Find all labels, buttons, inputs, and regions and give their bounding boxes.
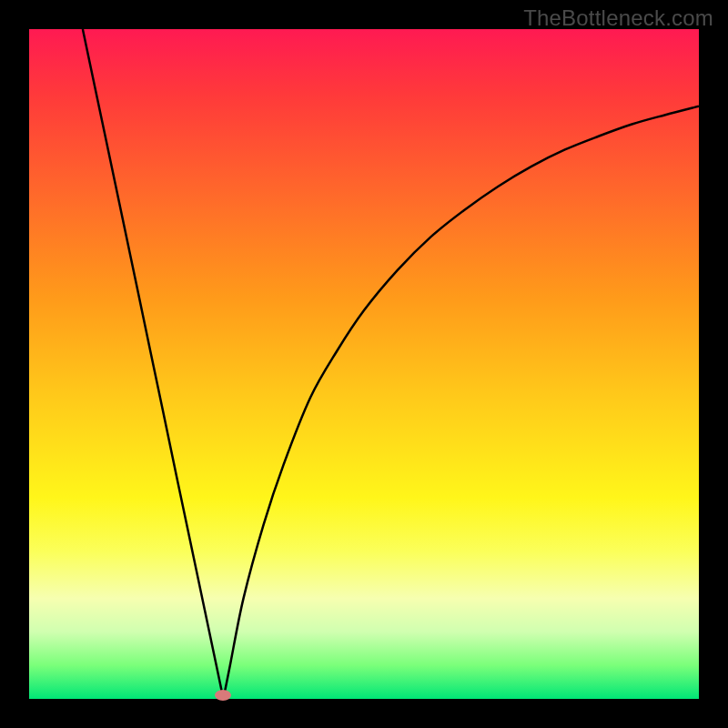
bottleneck-curve [29,29,699,699]
optimal-point-marker [215,690,231,701]
watermark-text: TheBottleneck.com [523,5,713,31]
chart-frame: TheBottleneck.com [0,0,728,728]
plot-area [29,29,699,699]
